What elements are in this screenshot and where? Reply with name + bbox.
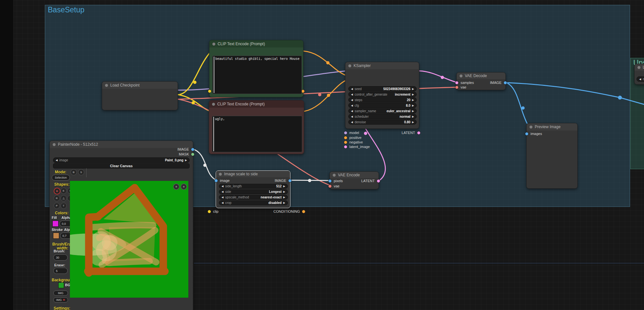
slot-dot-latent[interactable] (455, 81, 459, 85)
shape-erase-button[interactable]: E (60, 188, 67, 194)
slot-dot-conditioning[interactable] (344, 141, 347, 144)
mode-select-button[interactable]: S (78, 169, 84, 175)
link-dot[interactable] (364, 132, 367, 135)
prev-arrow-icon[interactable]: ◀ (639, 78, 641, 81)
slot-dot-clip[interactable] (208, 89, 211, 93)
selection-button[interactable]: Selection (52, 175, 70, 181)
node-header[interactable]: KSampler (345, 62, 419, 69)
next-arrow-icon[interactable]: ▶ (412, 99, 414, 101)
slot-dot-image[interactable] (503, 81, 507, 85)
comfyui-graph-canvas[interactable]: BaseSetup Upsc (0, 0, 644, 310)
input-image[interactable]: image (214, 179, 230, 182)
widget-seed[interactable]: ◀ seed 502349083903326 ▶ (348, 86, 417, 91)
collapse-dot-icon[interactable] (333, 174, 336, 177)
slot-dot-conditioning[interactable] (302, 210, 305, 213)
input-pixels[interactable]: pixels (328, 179, 343, 183)
output-image[interactable]: IMAGE (275, 179, 292, 182)
shape-pencil-button[interactable]: P (54, 203, 60, 209)
stroke-color-swatch[interactable] (53, 233, 59, 239)
collapse-dot-icon[interactable] (212, 43, 215, 46)
input-positive[interactable]: positive (344, 136, 361, 140)
widget-denoise[interactable]: ◀ denoise 0.80 ▶ (348, 119, 417, 125)
link-dot[interactable] (618, 96, 622, 100)
node-ksampler[interactable]: KSampler model positive negative latent_… (345, 62, 419, 129)
node-vae-decode[interactable]: VAE Decode samples vae IMAGE (456, 72, 506, 90)
prev-arrow-icon[interactable]: ◀ (351, 88, 353, 90)
next-arrow-icon[interactable]: ▶ (283, 201, 285, 204)
output-latent[interactable]: LATENT (402, 131, 421, 135)
prev-arrow-icon[interactable]: ◀ (351, 99, 353, 101)
input-vae[interactable]: vae (328, 184, 340, 188)
input-latent-image[interactable]: latent_image (344, 145, 370, 149)
node-header[interactable]: CLIP Text Encode (Prompt) (209, 40, 303, 47)
node-header[interactable]: Image scale to side (216, 171, 290, 177)
prev-arrow-icon[interactable]: ◀ (351, 121, 353, 124)
slot-dot-latent[interactable] (377, 179, 380, 183)
node-load-checkpoint-header[interactable]: Load Checkpoint (102, 82, 178, 89)
collapse-dot-icon[interactable] (530, 126, 532, 128)
next-arrow-icon[interactable]: ▶ (412, 115, 414, 118)
next-arrow-icon[interactable]: ▶ (412, 93, 414, 96)
next-arrow-icon[interactable]: ▶ (412, 88, 414, 90)
collapse-dot-icon[interactable] (637, 66, 640, 69)
slot-dot-image[interactable] (214, 179, 218, 182)
widget-steps[interactable]: ◀ steps 20 ▶ (348, 97, 417, 102)
slot-dot-mask[interactable] (191, 153, 195, 156)
prev-arrow-icon[interactable]: ◀ (351, 110, 353, 113)
input-negative[interactable]: negative (344, 140, 363, 144)
input-samples[interactable]: samples (455, 81, 474, 85)
output-image[interactable]: IMAGE (178, 147, 195, 151)
node-clip-text-encode-negative[interactable]: CLIP Text Encode (Prompt) clip CONDITION… (209, 100, 304, 154)
node-header[interactable]: CLIP Text Encode (Prompt) (209, 101, 304, 108)
prev-arrow-icon[interactable]: ◀ (351, 115, 353, 118)
collapse-dot-icon[interactable] (105, 84, 108, 87)
widget-side[interactable]: ◀ side Longest ▶ (219, 189, 288, 194)
node-load-checkpoint[interactable]: Load Checkpoint MODEL CLIP VAE ◀ ckpt_na… (102, 81, 178, 110)
slot-dot-vae[interactable] (455, 86, 459, 89)
widget-side-length[interactable]: ◀ side_length 512 ▶ (219, 184, 288, 189)
slot-dot-vae[interactable] (328, 184, 332, 188)
slot-dot-latent[interactable] (417, 131, 421, 135)
next-arrow-icon[interactable]: ▶ (283, 185, 285, 188)
next-arrow-icon[interactable]: ▶ (283, 196, 285, 199)
collapse-dot-icon[interactable] (212, 103, 215, 106)
input-vae[interactable]: vae (455, 85, 466, 89)
node-header[interactable]: PainterNode - 512x512 (50, 141, 193, 148)
link-dot[interactable] (326, 61, 329, 64)
link-dot[interactable] (521, 106, 525, 110)
shape-rect-button[interactable]: R (54, 195, 60, 201)
prev-arrow-icon[interactable]: ◀ (56, 159, 58, 162)
node-header[interactable]: Loa (635, 64, 644, 71)
slot-dot-image[interactable] (191, 148, 195, 151)
collapse-dot-icon[interactable] (348, 64, 351, 67)
slot-dot-image[interactable] (328, 179, 332, 183)
node-image-scale-to-side[interactable]: Image scale to side image IMAGE ◀ side_l… (216, 170, 290, 208)
node-header[interactable]: VAE Encode (330, 172, 379, 178)
input-clip[interactable]: clip (208, 209, 219, 213)
next-arrow-icon[interactable]: ▶ (412, 110, 414, 113)
prev-arrow-icon[interactable]: ◀ (221, 201, 223, 204)
collapse-dot-icon[interactable] (53, 143, 56, 146)
output-image[interactable]: IMAGE (490, 81, 507, 85)
slot-dot-image[interactable] (525, 132, 529, 136)
widget-scheduler[interactable]: ◀ scheduler normal ▶ (348, 114, 417, 119)
collapse-dot-icon[interactable] (460, 74, 463, 77)
link-dot[interactable] (193, 81, 196, 84)
painter-canvas[interactable] (70, 181, 188, 298)
output-latent[interactable]: LATENT (361, 179, 380, 183)
widget-image-file[interactable]: ◀ image Paint_0.png ▶ (53, 157, 190, 163)
shape-triangle-button[interactable]: △ (60, 195, 67, 201)
mode-brush-button[interactable]: B (71, 169, 77, 175)
slot-dot-conditioning[interactable] (344, 136, 347, 140)
next-arrow-icon[interactable]: ▶ (412, 104, 414, 107)
prompt-textarea[interactable]: beautiful studio ghibli, special hero Ho… (212, 56, 302, 94)
widget-crop[interactable]: ◀ crop disabled ▶ (219, 200, 288, 205)
shape-text-button[interactable]: T (60, 203, 67, 209)
node-preview-image[interactable]: Preview Image images (526, 123, 578, 189)
prev-arrow-icon[interactable]: ◀ (221, 185, 223, 188)
prev-arrow-icon[interactable]: ◀ (351, 104, 353, 107)
slot-dot-image[interactable] (288, 179, 292, 182)
node-header[interactable]: Preview Image (527, 123, 577, 130)
erase-width-input[interactable]: 5 (53, 268, 68, 274)
next-arrow-icon[interactable]: ▶ (185, 159, 187, 162)
